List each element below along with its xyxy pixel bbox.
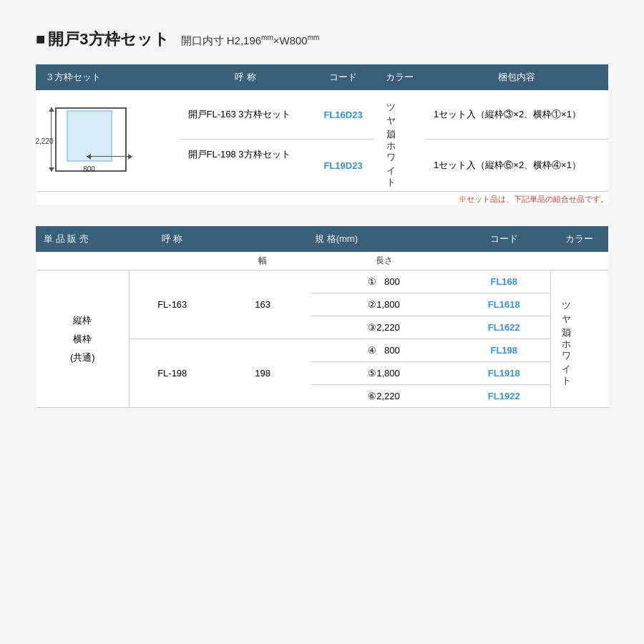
b-header-col3: 規 格(mm) [215,227,458,252]
color-col-bottom: ツヤ消しホワイト [551,270,608,408]
main-title-section: 開戸3方枠セット 開口内寸 H2,196mm×W800mm [36,29,608,50]
code-fl1618[interactable]: FL1618 [488,299,520,310]
len-2: ②1,800 [311,293,458,316]
b-row-1: 縦枠横枠(共通) FL-163 163 ① 800 FL168 ツヤ消しホワイト [36,270,608,293]
code-fl1922[interactable]: FL1922 [488,391,520,401]
product-name-2: 開戸FL-198 3方枠セット [180,140,313,192]
b-header-col1: 単 品 販 売 [36,227,130,252]
height-dim-label: 2,220 [35,137,54,145]
contents-2: 1セット入（縦枠⑥×2、横枠④×1） [425,140,608,192]
top-table: ３方枠セット 呼 称 コード カラー 梱包内容 [36,64,608,205]
bottom-table-header: 単 品 販 売 呼 称 規 格(mm) コード カラー [36,227,608,252]
header-col1: ３方枠セット [36,65,180,90]
len-1: ① 800 [311,270,458,293]
code-fl198[interactable]: FL198 [490,345,517,356]
inner-door: 800 [67,110,112,162]
header-col5: 梱包内容 [425,65,608,90]
len-5: ⑤1,800 [311,362,458,385]
contents-1: 1セット入（縦枠③×2、横枠①×1） [425,90,608,140]
top-section: ３方枠セット 呼 称 コード カラー 梱包内容 [36,64,608,205]
len-4: ④ 800 [311,339,458,362]
product-name-1: 開戸FL-163 3方枠セット [180,90,313,140]
b-header-col4: コード [458,227,551,252]
width-198: 198 [215,339,311,408]
page-container: 開戸3方枠セット 開口内寸 H2,196mm×W800mm ３方枠セット 呼 称… [0,0,644,644]
bottom-table: 単 品 販 売 呼 称 規 格(mm) コード カラー 幅 長さ [36,226,608,408]
color-label-top: ツヤ消しホワイト [383,97,399,184]
bottom-subheader: 幅 長さ [36,252,608,270]
sub-width-label: 幅 [215,252,311,270]
product-code-link-2[interactable]: FL19D23 [323,160,362,171]
color-label-bottom: ツヤ消しホワイト [558,296,575,382]
page-subtitle: 開口内寸 H2,196mm×W800mm [181,34,320,48]
width-dim-label: 800 [68,165,111,173]
code-fl168[interactable]: FL168 [490,276,517,287]
model-fl163: FL-163 [130,270,215,339]
header-col3: コード [312,65,374,90]
model-fl198: FL-198 [130,339,215,408]
table-row-1: 800 2,220 開戸FL-163 3方枠セット FL16D23 [36,90,608,140]
page-title: 開戸3方枠セット [36,29,170,50]
sub-length-label: 長さ [311,252,458,270]
b-header-col2: 呼 称 [130,227,215,252]
set-note: ※セット品は、下記単品の組合せ品です。 [459,195,608,203]
label-outer: 縦枠横枠(共通) [36,270,130,408]
len-3: ③2,220 [311,316,458,339]
door-diagram: 800 2,220 [48,102,148,180]
width-163: 163 [215,270,311,339]
code-fl1622[interactable]: FL1622 [488,322,520,333]
len-6: ⑥2,220 [311,385,458,408]
width-arrow [87,156,132,157]
header-col4: カラー [374,65,425,90]
product-code-link-1[interactable]: FL16D23 [323,109,362,120]
header-col2: 呼 称 [180,65,313,90]
bottom-section: 単 品 販 売 呼 称 規 格(mm) コード カラー 幅 長さ [36,226,608,408]
note-row: ※セット品は、下記単品の組合せ品です。 [36,192,608,205]
code-fl1918[interactable]: FL1918 [488,368,520,379]
top-table-header: ３方枠セット 呼 称 コード カラー 梱包内容 [36,65,608,90]
b-header-col5: カラー [551,227,608,252]
